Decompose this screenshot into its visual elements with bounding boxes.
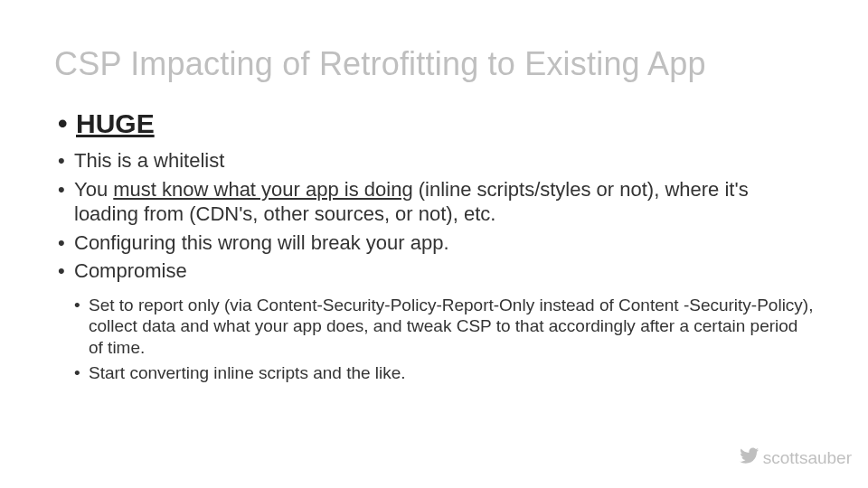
bullet-huge-text: HUGE: [76, 108, 155, 138]
bullet-must-know: You must know what your app is doing (in…: [58, 177, 814, 227]
footer: scottsauber: [740, 446, 852, 470]
bullet-huge: HUGE: [58, 108, 814, 139]
bullet-convert-inline: Start converting inline scripts and the …: [74, 362, 814, 384]
bullet-whitelist: This is a whitelist: [58, 148, 814, 174]
text-fragment: You: [74, 178, 113, 201]
slide-title: CSP Impacting of Retrofitting to Existin…: [54, 45, 814, 83]
bullet-list-level3: Set to report only (via Content-Security…: [54, 295, 814, 384]
text-underline: must know what your app is doing: [113, 178, 412, 201]
footer-handle: scottsauber: [763, 448, 852, 468]
bullet-list-level1: HUGE: [54, 108, 814, 139]
bullet-compromise: Compromise: [58, 258, 814, 284]
bullet-break-app: Configuring this wrong will break your a…: [58, 230, 814, 256]
bullet-list-level2: This is a whitelist You must know what y…: [54, 148, 814, 284]
bullet-report-only: Set to report only (via Content-Security…: [74, 295, 814, 359]
twitter-icon: [740, 446, 760, 470]
